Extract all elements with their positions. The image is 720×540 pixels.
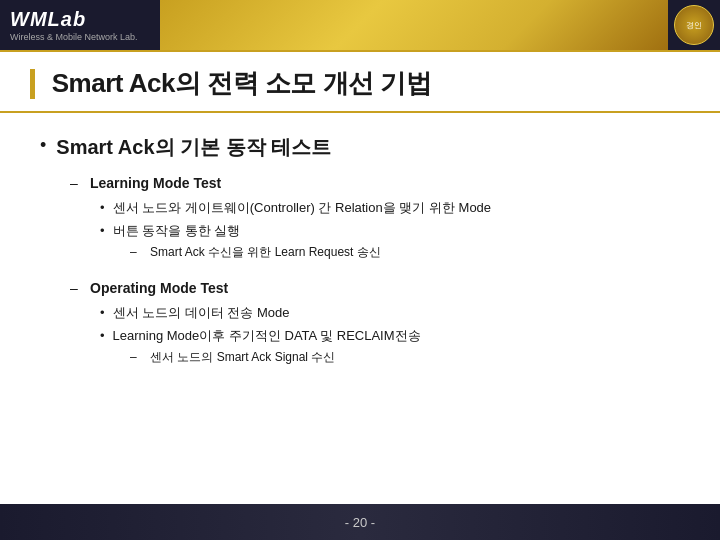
sub-bullet-2-1: • 센서 노드의 데이터 전송 Mode: [100, 303, 680, 323]
logo-subtitle: Wireless & Mobile Network Lab.: [10, 32, 150, 42]
sub-sub-item-1-1: – Smart Ack 수신을 위한 Learn Request 송신: [130, 243, 680, 262]
sub-bullets-1: • 센서 노드와 게이트웨이(Controller) 간 Relation을 맺…: [100, 198, 680, 262]
sub-bullets-2: • 센서 노드의 데이터 전송 Mode • Learning Mode이후 주…: [100, 303, 680, 367]
title-accent-icon: [30, 69, 35, 99]
sub-bullet-text-2-2: Learning Mode이후 주기적인 DATA 및 RECLAIM전송: [113, 326, 421, 346]
sub-bullet-text-1-2: 버튼 동작을 통한 실행: [113, 221, 241, 241]
content-area: • Smart Ack의 기본 동작 테스트 – Learning Mode T…: [0, 123, 720, 393]
logo-title: WMLab: [10, 8, 150, 31]
main-bullet-item: • Smart Ack의 기본 동작 테스트: [40, 133, 680, 161]
section-learning-mode: – Learning Mode Test • 센서 노드와 게이트웨이(Cont…: [70, 173, 680, 262]
footer: - 20 -: [0, 504, 720, 540]
header-emblem: 경인: [668, 0, 720, 50]
sub-bullet-2-2: • Learning Mode이후 주기적인 DATA 및 RECLAIM전송: [100, 326, 680, 346]
page-title-bar: Smart Ack의 전력 소모 개선 기법: [0, 52, 720, 113]
sub-sub-dash-icon-1: –: [130, 243, 142, 262]
page-number: - 20 -: [345, 515, 375, 530]
sub-bullet-text-1-1: 센서 노드와 게이트웨이(Controller) 간 Relation을 맺기 …: [113, 198, 492, 218]
sub-bullet-dot-icon-3: •: [100, 303, 105, 323]
sub-bullet-text-2-1: 센서 노드의 데이터 전송 Mode: [113, 303, 290, 323]
sub-bullet-dot-icon-4: •: [100, 326, 105, 346]
sub-sub-text-1-1: Smart Ack 수신을 위한 Learn Request 송신: [150, 243, 381, 262]
section-heading-1: – Learning Mode Test: [70, 173, 680, 194]
page-title: Smart Ack의 전력 소모 개선 기법: [30, 66, 690, 101]
sub-sub-bullets-2: – 센서 노드의 Smart Ack Signal 수신: [130, 348, 680, 367]
sub-bullet-dot-icon: •: [100, 198, 105, 218]
sub-sub-bullets-1: – Smart Ack 수신을 위한 Learn Request 송신: [130, 243, 680, 262]
sub-bullet-1-1: • 센서 노드와 게이트웨이(Controller) 간 Relation을 맺…: [100, 198, 680, 218]
section-label-1: Learning Mode Test: [90, 173, 221, 194]
dash-icon-1: –: [70, 173, 82, 194]
section-label-2: Operating Mode Test: [90, 278, 228, 299]
sub-bullet-dot-icon-2: •: [100, 221, 105, 241]
logo-area: WMLab Wireless & Mobile Network Lab.: [0, 0, 160, 50]
main-bullet-dot-icon: •: [40, 133, 46, 158]
emblem-circle: 경인: [674, 5, 714, 45]
header-banner: [160, 0, 668, 50]
sub-sub-text-2-1: 센서 노드의 Smart Ack Signal 수신: [150, 348, 335, 367]
sub-sub-item-2-1: – 센서 노드의 Smart Ack Signal 수신: [130, 348, 680, 367]
dash-icon-2: –: [70, 278, 82, 299]
section-heading-2: – Operating Mode Test: [70, 278, 680, 299]
sub-sub-dash-icon-2: –: [130, 348, 142, 367]
section-operating-mode: – Operating Mode Test • 센서 노드의 데이터 전송 Mo…: [70, 278, 680, 367]
main-bullet-text: Smart Ack의 기본 동작 테스트: [56, 133, 331, 161]
sub-bullet-1-2: • 버튼 동작을 통한 실행: [100, 221, 680, 241]
header: WMLab Wireless & Mobile Network Lab. 경인: [0, 0, 720, 52]
